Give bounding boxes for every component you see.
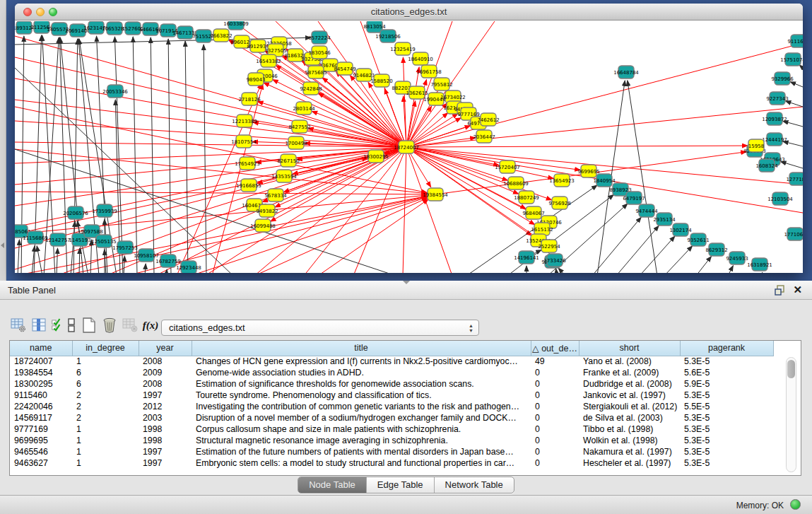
graph-node[interactable]: 9242848 bbox=[300, 82, 322, 95]
black-edge[interactable] bbox=[168, 39, 171, 273]
table-cell[interactable]: 9699695 bbox=[10, 435, 72, 446]
graph-node[interactable]: 1771063 bbox=[784, 228, 803, 240]
table-cell[interactable]: Stergiakouli et al. (2012) bbox=[579, 401, 680, 412]
table-cell[interactable]: Estimation of the future numbers of pati… bbox=[192, 446, 531, 457]
table-cell[interactable]: Franke et al. (2009) bbox=[579, 367, 680, 378]
tab-node-table[interactable]: Node Table bbox=[298, 477, 367, 493]
graph-node[interactable]: 9227343 bbox=[766, 92, 788, 105]
graph-node[interactable]: 9474444 bbox=[635, 204, 658, 217]
table-panel-header[interactable]: Table Panel ✕ bbox=[0, 281, 812, 300]
table-cell[interactable]: 9465546 bbox=[10, 446, 72, 457]
black-edge[interactable] bbox=[790, 82, 803, 87]
table-cell[interactable]: 5.3E-5 bbox=[680, 435, 773, 446]
black-edge[interactable] bbox=[728, 266, 733, 273]
black-edge[interactable] bbox=[628, 81, 657, 273]
table-cell[interactable]: 5.3E-5 bbox=[680, 356, 773, 367]
table-cell[interactable]: Structural magnetic resonance image aver… bbox=[192, 435, 531, 446]
black-edge[interactable] bbox=[79, 248, 80, 273]
graph-node[interactable]: 16318921 bbox=[747, 258, 772, 271]
table-cell[interactable]: 2009 bbox=[139, 367, 192, 378]
black-edge[interactable] bbox=[57, 248, 58, 273]
black-edge[interactable] bbox=[558, 268, 565, 273]
table-cell[interactable]: 22420046 bbox=[10, 401, 72, 412]
table-cell[interactable]: 5.3E-5 bbox=[680, 412, 773, 424]
table-cell[interactable]: Wolkin et al. (1998) bbox=[579, 435, 680, 446]
table-cell[interactable]: 18300295 bbox=[10, 378, 72, 390]
graph-node[interactable]: 14353594 bbox=[271, 170, 297, 182]
toggle-panel-button[interactable] bbox=[66, 316, 77, 334]
table-cell[interactable]: 1 bbox=[72, 435, 139, 446]
column-header-name[interactable]: name bbox=[10, 341, 72, 356]
black-edge[interactable] bbox=[763, 272, 763, 273]
graph-node[interactable]: 2522954 bbox=[538, 240, 560, 252]
graph-node[interactable]: 9756928 bbox=[548, 197, 570, 209]
graph-node[interactable]: 8572224 bbox=[308, 31, 331, 44]
red-edge[interactable] bbox=[15, 78, 406, 147]
graph-node[interactable]: 16961758 bbox=[416, 65, 442, 78]
table-cell[interactable]: 5.3E-5 bbox=[680, 446, 773, 457]
table-cell[interactable]: 0 bbox=[531, 378, 579, 390]
table-cell[interactable]: 0 bbox=[531, 446, 579, 457]
table-cell[interactable]: 2003 bbox=[139, 412, 192, 424]
table-cell[interactable]: de Silva et al. (2003) bbox=[579, 412, 680, 424]
black-edge[interactable] bbox=[592, 217, 641, 273]
table-cell[interactable]: Dudbridge et al. (2008) bbox=[579, 378, 680, 390]
black-edge[interactable] bbox=[151, 37, 154, 273]
graph-node[interactable]: 9699695 bbox=[577, 165, 599, 177]
table-row[interactable]: 1938455462009Genome-wide association stu… bbox=[10, 367, 790, 378]
table-row[interactable]: 977716911998Corpus callosum shape and si… bbox=[10, 424, 790, 435]
graph-node[interactable]: 8427552 bbox=[288, 120, 310, 133]
graph-node[interactable]: 20206576 bbox=[63, 206, 88, 219]
table-cell[interactable]: 9115460 bbox=[10, 390, 72, 401]
graph-node[interactable]: 7663822 bbox=[210, 29, 232, 42]
table-cell[interactable]: 19384554 bbox=[10, 367, 72, 378]
black-edge[interactable] bbox=[616, 226, 659, 273]
table-cell[interactable]: 0 bbox=[531, 401, 579, 412]
table-cell[interactable]: Embryonic stem cells: a model to study s… bbox=[192, 457, 531, 469]
black-edge[interactable] bbox=[133, 37, 137, 273]
table-row[interactable]: 2242004622012Investigating the contribut… bbox=[10, 401, 790, 412]
table-row[interactable]: 1872400712008Changes of HCN gene express… bbox=[10, 356, 790, 367]
memory-indicator[interactable] bbox=[790, 499, 801, 510]
close-panel-button[interactable]: ✕ bbox=[793, 284, 802, 296]
red-edge[interactable] bbox=[406, 146, 748, 147]
table-cell[interactable]: Corpus callosum shape and size in male p… bbox=[192, 424, 531, 435]
graph-node[interactable]: 1608324 bbox=[755, 159, 778, 172]
table-cell[interactable]: 6 bbox=[72, 367, 139, 378]
graph-node[interactable]: 9493822 bbox=[256, 204, 278, 217]
graph-node[interactable]: 19384554 bbox=[423, 188, 448, 201]
panel-collapse-handle-icon[interactable] bbox=[1, 243, 4, 248]
tab-network-table[interactable]: Network Table bbox=[435, 477, 514, 493]
graph-node[interactable]: 18640910 bbox=[408, 52, 433, 65]
table-cell[interactable]: Yano et al. (2008) bbox=[579, 356, 680, 367]
graph-node[interactable]: 16033809 bbox=[223, 21, 249, 30]
table-cell[interactable]: Hescheler et al. (1997) bbox=[579, 457, 680, 469]
black-edge[interactable] bbox=[37, 246, 42, 273]
table-cell[interactable]: Disruption of a novel member of a sodium… bbox=[192, 412, 531, 424]
column-header-short[interactable]: short bbox=[579, 341, 680, 356]
graph-node[interactable]: 7462612 bbox=[477, 113, 499, 126]
graph-node[interactable]: 1588520 bbox=[370, 74, 392, 87]
black-edge[interactable] bbox=[696, 256, 712, 273]
table-cell[interactable]: Estimation of significance thresholds fo… bbox=[192, 378, 531, 390]
table-cell[interactable]: 2 bbox=[72, 412, 139, 424]
graph-node[interactable]: 1733426 bbox=[543, 254, 566, 267]
window-titlebar[interactable]: citations_edges.txt bbox=[15, 4, 803, 21]
create-column-button[interactable] bbox=[81, 316, 98, 334]
graph-node[interactable]: 8629312 bbox=[705, 243, 727, 256]
table-cell[interactable]: Tourette syndrome. Phenomenology and cla… bbox=[192, 390, 531, 401]
graph-node[interactable]: 12093872 bbox=[762, 112, 787, 125]
table-cell[interactable]: 1998 bbox=[139, 435, 192, 446]
table-cell[interactable]: 2012 bbox=[139, 401, 192, 412]
table-row[interactable]: 1830029562008Estimation of significance … bbox=[10, 378, 790, 390]
table-cell[interactable]: 6 bbox=[72, 378, 139, 390]
black-edge[interactable] bbox=[145, 264, 146, 273]
table-cell[interactable]: 5.3E-5 bbox=[680, 390, 773, 401]
red-edge[interactable] bbox=[257, 102, 406, 147]
table-cell[interactable]: 0 bbox=[531, 457, 579, 469]
table-cell[interactable]: Tibbo et al. (1998) bbox=[579, 424, 680, 435]
table-cell[interactable]: 5.9E-5 bbox=[680, 378, 773, 390]
table-cell[interactable]: 5.3E-5 bbox=[680, 424, 773, 435]
table-cell[interactable]: 5.5E-5 bbox=[680, 401, 773, 412]
graph-node[interactable]: 2935134 bbox=[653, 213, 676, 226]
